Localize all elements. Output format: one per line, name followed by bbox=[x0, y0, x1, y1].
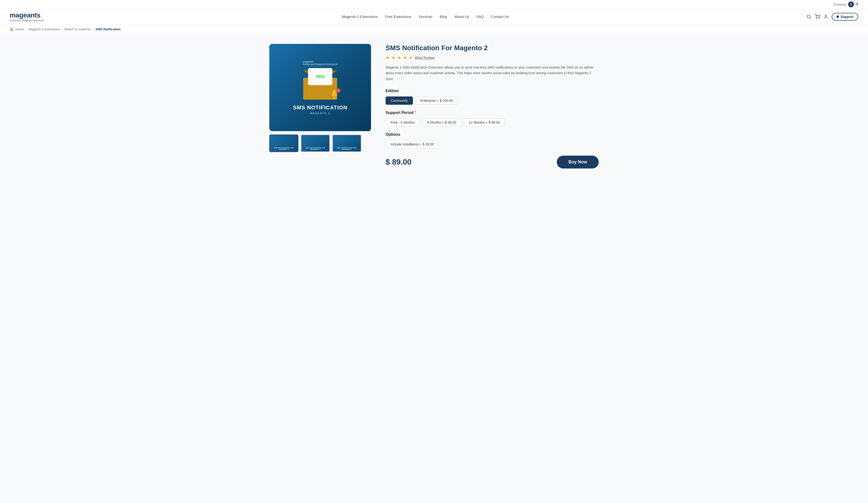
support-options-row: Free - 3 Months 6 Months + $ 49.00 12 Mo… bbox=[385, 118, 599, 127]
options-options-row: Include Installation + $ 30.00 bbox=[385, 140, 599, 148]
nav-magento2-extensions[interactable]: Magento 2 Extensions bbox=[342, 14, 378, 19]
support-period-label: Support Period * bbox=[385, 111, 599, 115]
envelope-illustration: SMS 1 bbox=[301, 71, 340, 100]
thumbnail-2[interactable]: SMS NOTIFICATION FOR MAGENTO 2 bbox=[301, 134, 330, 152]
star-3: ★ bbox=[397, 55, 401, 60]
star-4: ★ bbox=[403, 55, 407, 60]
brand-text: mageants bbox=[303, 60, 338, 63]
svg-point-1 bbox=[817, 18, 817, 19]
edition-options-row: Community Enterprise + $ 100.00 bbox=[385, 97, 599, 105]
edition-community-btn[interactable]: Community bbox=[385, 97, 413, 105]
thumbnail-3[interactable]: SMS NOTIFICATION FOR MAGENTO 2 bbox=[332, 134, 361, 152]
product-description: Magento 2 SMS Notification Extension all… bbox=[385, 65, 599, 82]
support-12months-btn[interactable]: 12 Months + $ 69.00 bbox=[464, 118, 505, 127]
sms-label: SMS bbox=[315, 74, 325, 79]
sms-card: SMS bbox=[308, 68, 332, 85]
buy-now-button[interactable]: Buy Now bbox=[557, 155, 599, 169]
thumb-label-1: SMS NOTIFICATION FOR MAGENTO 2 bbox=[270, 147, 298, 150]
support-label: Support bbox=[840, 15, 854, 19]
option-installation-btn[interactable]: Include Installation + $ 30.00 bbox=[385, 140, 439, 148]
edition-enterprise-btn[interactable]: Enterprise + $ 100.00 bbox=[415, 97, 458, 105]
logo[interactable]: mageants Performant Magento Extensions bbox=[10, 11, 44, 22]
breadcrumb-level1[interactable]: Magento 2 Extensions bbox=[29, 27, 60, 31]
account-button[interactable] bbox=[824, 14, 828, 19]
product-sub-overlay: MAGENTO 2 bbox=[310, 112, 330, 115]
product-name-overlay: SMS NOTIFICATION bbox=[293, 104, 348, 111]
currency-label: Currency bbox=[833, 3, 846, 6]
inr-icon[interactable]: ₹ bbox=[856, 2, 858, 7]
cart-button[interactable] bbox=[815, 14, 820, 19]
thumb-label-2: SMS NOTIFICATION FOR MAGENTO 2 bbox=[301, 147, 329, 150]
breadcrumb: 🏠 Home | Magento 2 Extensions | Reach to… bbox=[0, 24, 868, 34]
star-5: ★ bbox=[409, 55, 413, 60]
product-image-area: mageants Performant Magento Extensions S… bbox=[269, 44, 371, 152]
thumb-label-3: SMS NOTIFICATION FOR MAGENTO 2 bbox=[333, 147, 361, 150]
nav-about-us[interactable]: About Us bbox=[454, 14, 469, 19]
write-review-link[interactable]: Write Review bbox=[415, 56, 434, 60]
header-actions: Support bbox=[806, 13, 858, 21]
logo-text: mageants bbox=[10, 11, 44, 19]
star-1: ★ bbox=[385, 55, 390, 60]
product-details: SMS Notification For Magento 2 ★ ★ ★ ★ ★… bbox=[385, 44, 599, 169]
breadcrumb-sep3: | bbox=[93, 27, 93, 31]
nav-faq[interactable]: FAQ bbox=[477, 14, 484, 19]
logo-tagline: Performant Magento Extensions bbox=[10, 19, 44, 22]
edition-label: Edition bbox=[385, 89, 599, 93]
product-main-image: mageants Performant Magento Extensions S… bbox=[269, 44, 371, 131]
support-free-btn[interactable]: Free - 3 Months bbox=[385, 118, 420, 127]
support-6months-btn[interactable]: 6 Months + $ 49.00 bbox=[422, 118, 461, 127]
support-period-section: Support Period * Free - 3 Months 6 Month… bbox=[385, 111, 599, 127]
svg-point-3 bbox=[825, 15, 827, 17]
search-button[interactable] bbox=[806, 14, 811, 19]
bell-wrap: 1 bbox=[329, 89, 340, 101]
svg-rect-5 bbox=[333, 90, 335, 91]
home-icon: 🏠 bbox=[10, 27, 13, 31]
breadcrumb-current: SMS Notification bbox=[96, 27, 121, 31]
main-nav: Magento 2 Extensions Free Extensions Ser… bbox=[342, 14, 509, 19]
brand-tagline: Performant Magento Extensions bbox=[303, 63, 338, 66]
price-row: $ 89.00 Buy Now bbox=[385, 155, 599, 169]
support-button[interactable]: Support bbox=[832, 13, 858, 21]
nav-blog[interactable]: Blog bbox=[440, 14, 447, 19]
nav-contact-us[interactable]: Contact Us bbox=[491, 14, 509, 19]
breadcrumb-level2[interactable]: Reach to customer bbox=[64, 27, 91, 31]
thumbnail-row: SMS NOTIFICATION FOR MAGENTO 2 SMS NOTIF… bbox=[269, 134, 371, 152]
price-display: $ 89.00 bbox=[385, 158, 412, 167]
product-brand-overlay: mageants Performant Magento Extensions bbox=[303, 60, 338, 66]
currency-bar: Currency $ ₹ bbox=[0, 0, 868, 9]
svg-point-4 bbox=[333, 97, 335, 99]
breadcrumb-home[interactable]: Home bbox=[16, 27, 24, 31]
nav-free-extensions[interactable]: Free Extensions bbox=[385, 14, 411, 19]
options-section: Options Include Installation + $ 30.00 bbox=[385, 132, 599, 148]
options-label: Options bbox=[385, 132, 599, 137]
main-content: mageants Performant Magento Extensions S… bbox=[260, 34, 608, 178]
stars-row: ★ ★ ★ ★ ★ Write Review bbox=[385, 55, 599, 60]
support-dot-icon bbox=[837, 16, 839, 18]
edition-section: Edition Community Enterprise + $ 100.00 bbox=[385, 89, 599, 105]
thumbnail-1[interactable]: SMS NOTIFICATION FOR MAGENTO 2 bbox=[269, 134, 298, 152]
nav-services[interactable]: Services bbox=[418, 14, 433, 19]
site-header: mageants Performant Magento Extensions M… bbox=[0, 9, 868, 24]
product-title: SMS Notification For Magento 2 bbox=[385, 44, 599, 52]
notification-badge: 1 bbox=[336, 88, 341, 93]
svg-point-2 bbox=[819, 18, 819, 19]
breadcrumb-sep2: | bbox=[62, 27, 62, 31]
badge-count: 1 bbox=[338, 89, 339, 92]
support-label-text: Support Period bbox=[385, 111, 414, 115]
usd-icon[interactable]: $ bbox=[848, 1, 854, 7]
breadcrumb-sep1: | bbox=[26, 27, 27, 31]
required-indicator: * bbox=[415, 111, 416, 115]
star-2: ★ bbox=[391, 55, 395, 60]
svg-point-0 bbox=[807, 15, 810, 18]
